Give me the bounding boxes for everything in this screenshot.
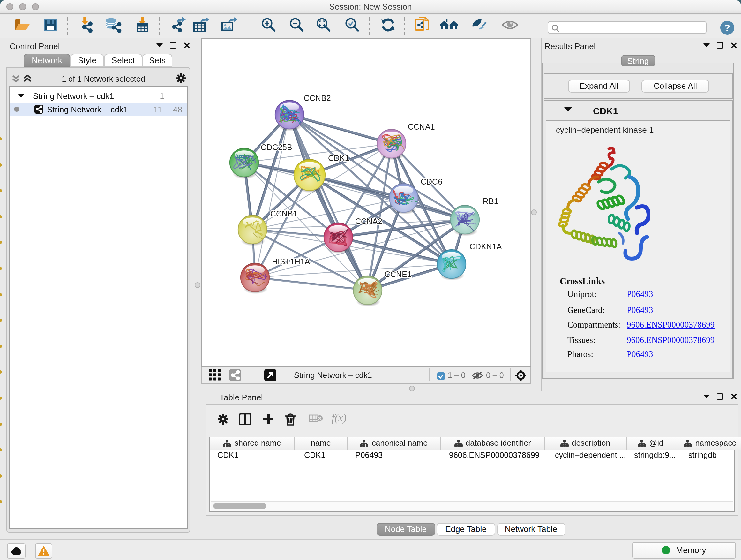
svg-text:HIST1H1A: HIST1H1A	[272, 257, 310, 266]
svg-text:CDK1: CDK1	[328, 153, 349, 163]
svg-text:RB1: RB1	[482, 197, 498, 206]
svg-text:?: ?	[724, 22, 730, 33]
svg-text:CCNE1: CCNE1	[384, 270, 411, 279]
svg-text:CDKN1A: CDKN1A	[469, 242, 502, 251]
svg-text:CDC25B: CDC25B	[260, 143, 292, 152]
svg-text:CDC6: CDC6	[420, 177, 442, 186]
svg-text:CCNB1: CCNB1	[270, 209, 297, 218]
svg-text:CCNA1: CCNA1	[408, 122, 434, 131]
svg-text:CCNB2: CCNB2	[304, 94, 331, 103]
svg-text:CCNA2: CCNA2	[355, 217, 382, 226]
